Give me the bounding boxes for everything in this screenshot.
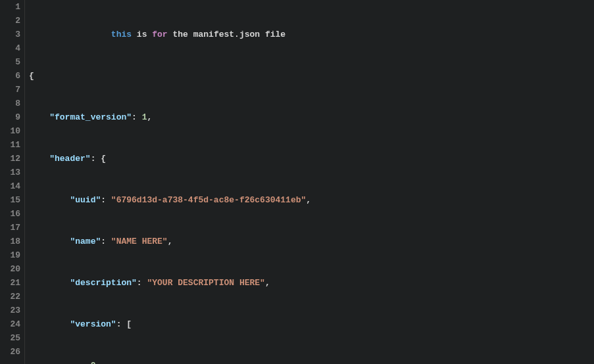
brace: { — [29, 71, 34, 81]
line-number: 25 — [0, 331, 20, 345]
punct: , — [95, 361, 101, 364]
line-number: 11 — [0, 138, 20, 152]
punct: : — [91, 154, 101, 164]
keyword-this: this — [111, 30, 132, 39]
line-number: 23 — [0, 304, 20, 317]
punct: , — [168, 237, 173, 246]
json-key: "format_version" — [49, 112, 132, 122]
line-number: 9 — [0, 110, 20, 124]
comment-text: the manifest.json file — [168, 30, 285, 39]
indent — [29, 112, 49, 122]
line-number: 4 — [0, 41, 20, 55]
line-number: 20 — [0, 262, 20, 276]
line-number: 21 — [0, 276, 20, 290]
line-number-gutter: 1234567891011121314151617181920212223242… — [0, 0, 25, 364]
punct: , — [265, 278, 270, 288]
line-number: 26 — [0, 345, 20, 359]
code-line: "description": "YOUR DESCRIPTION HERE", — [29, 276, 594, 290]
indent — [29, 30, 111, 39]
json-key: "name" — [70, 237, 101, 246]
punct: : — [137, 278, 147, 288]
line-number: 3 — [0, 28, 20, 41]
line-number: 7 — [0, 83, 20, 97]
json-string: "6796d13d-a738-4f5d-ac8e-f26c630411eb" — [111, 195, 306, 205]
indent — [29, 278, 70, 288]
line-number: 2 — [0, 14, 20, 28]
line-number: 17 — [0, 221, 20, 235]
json-string: "YOUR DESCRIPTION HERE" — [147, 278, 264, 288]
punct: : — [116, 319, 127, 329]
punct: : — [101, 195, 111, 205]
json-key: "version" — [70, 319, 116, 329]
punct: : — [132, 112, 142, 122]
brace: { — [101, 154, 106, 164]
line-number: 22 — [0, 290, 20, 304]
punct: , — [306, 195, 311, 205]
code-line: { — [29, 69, 594, 83]
code-line: 0, — [29, 359, 594, 364]
code-editor[interactable]: this is for the manifest.json file { "fo… — [25, 0, 594, 364]
code-line: "format_version": 1, — [29, 110, 594, 124]
json-key: "header" — [49, 154, 90, 164]
indent — [29, 195, 70, 205]
line-number: 12 — [0, 152, 20, 166]
line-number: 6 — [0, 69, 20, 83]
punct: , — [147, 112, 152, 122]
comment-text: is — [132, 30, 152, 39]
keyword-for: for — [152, 30, 167, 39]
punct: : — [101, 237, 111, 246]
code-line: this is for the manifest.json file — [29, 28, 594, 41]
line-number: 16 — [0, 207, 20, 221]
line-number: 1 — [0, 0, 20, 14]
line-number: 18 — [0, 235, 20, 248]
indent — [29, 319, 70, 329]
line-number: 13 — [0, 166, 20, 179]
indent — [29, 154, 49, 164]
line-number: 5 — [0, 55, 20, 69]
code-line: "name": "NAME HERE", — [29, 235, 594, 248]
code-line: "header": { — [29, 152, 594, 166]
code-line: "version": [ — [29, 317, 594, 331]
json-key: "uuid" — [70, 195, 101, 205]
line-number: 10 — [0, 124, 20, 138]
line-number: 8 — [0, 97, 20, 110]
code-line: "uuid": "6796d13d-a738-4f5d-ac8e-f26c630… — [29, 193, 594, 207]
line-number: 19 — [0, 248, 20, 262]
bracket: [ — [126, 319, 132, 329]
line-number: 14 — [0, 179, 20, 193]
json-key: "description" — [70, 278, 136, 288]
indent — [29, 361, 91, 364]
line-number: 24 — [0, 317, 20, 331]
json-string: "NAME HERE" — [111, 237, 168, 246]
line-number: 15 — [0, 193, 20, 207]
indent — [29, 237, 70, 246]
